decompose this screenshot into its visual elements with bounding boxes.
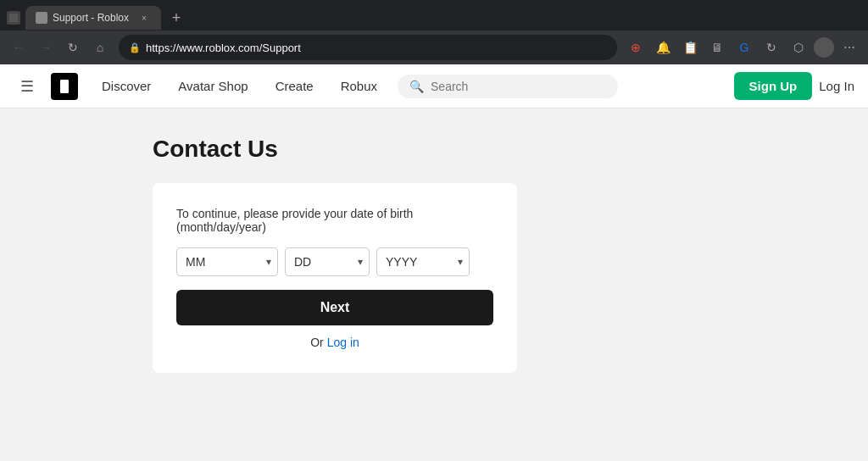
page-title: Contact Us bbox=[153, 136, 715, 163]
nav-robux[interactable]: Robux bbox=[327, 64, 391, 108]
browser-chrome: Support - Roblox × + ← → ↻ ⌂ 🔒 https://w… bbox=[0, 0, 868, 64]
refresh-button[interactable]: ↻ bbox=[61, 36, 85, 59]
search-bar[interactable]: 🔍 bbox=[398, 75, 618, 98]
site-nav: Discover Avatar Shop Create Robux bbox=[88, 64, 391, 108]
month-select-wrapper: MM 01020304 05060708 09101112 ▾ bbox=[176, 247, 278, 276]
active-tab[interactable]: Support - Roblox × bbox=[25, 6, 161, 30]
profile-btn[interactable] bbox=[814, 37, 834, 58]
svg-rect-1 bbox=[60, 80, 69, 93]
or-login-text: Or Log in bbox=[176, 336, 493, 349]
day-select[interactable]: DD 0102030405 0607080910 1112131415 1617… bbox=[285, 247, 370, 276]
nav-avatar-shop[interactable]: Avatar Shop bbox=[164, 64, 261, 108]
signup-button[interactable]: Sign Up bbox=[734, 72, 813, 100]
ext-btn-7[interactable]: ⬡ bbox=[787, 36, 810, 59]
new-tab-button[interactable]: + bbox=[164, 6, 188, 30]
nav-bar: ← → ↻ ⌂ 🔒 https://www.roblox.com/Support… bbox=[0, 31, 868, 64]
menu-button[interactable]: ⋯ bbox=[837, 36, 861, 59]
browser-extensions: ⊕ 🔔 📋 🖥 G ↻ ⬡ ⋯ bbox=[624, 36, 861, 59]
ext-btn-6[interactable]: ↻ bbox=[760, 36, 783, 59]
header-right: Sign Up Log In bbox=[734, 72, 854, 100]
nav-create[interactable]: Create bbox=[262, 64, 327, 108]
dob-selects: MM 01020304 05060708 09101112 ▾ DD 01020… bbox=[176, 247, 493, 276]
search-icon: 🔍 bbox=[409, 80, 424, 93]
ext-btn-4[interactable]: 🖥 bbox=[705, 36, 729, 59]
tab-bar: Support - Roblox × + bbox=[0, 0, 868, 31]
ext-btn-1[interactable]: ⊕ bbox=[624, 36, 648, 59]
home-button[interactable]: ⌂ bbox=[88, 36, 112, 59]
forward-button[interactable]: → bbox=[34, 36, 58, 59]
browser-favicon bbox=[7, 11, 20, 25]
year-select-wrapper: YYYY 20232022202120202019201820172016201… bbox=[376, 247, 470, 276]
site-header: ☰ Discover Avatar Shop Create Robux 🔍 Si… bbox=[0, 64, 868, 108]
address-bar[interactable]: 🔒 https://www.roblox.com/Support bbox=[119, 35, 617, 60]
ext-btn-5[interactable]: G bbox=[732, 36, 756, 59]
next-button[interactable]: Next bbox=[176, 290, 493, 325]
ext-btn-3[interactable]: 📋 bbox=[678, 36, 702, 59]
ext-btn-2[interactable]: 🔔 bbox=[651, 36, 675, 59]
address-url: https://www.roblox.com/Support bbox=[146, 42, 301, 54]
back-button[interactable]: ← bbox=[7, 36, 31, 59]
dob-label: To continue, please provide your date of… bbox=[176, 207, 493, 234]
login-link[interactable]: Log in bbox=[327, 336, 359, 349]
tab-close-button[interactable]: × bbox=[137, 11, 151, 25]
roblox-logo bbox=[51, 73, 78, 100]
main-content: Contact Us To continue, please provide y… bbox=[0, 108, 868, 400]
year-select[interactable]: YYYY 20232022202120202019201820172016201… bbox=[376, 247, 470, 276]
hamburger-menu[interactable]: ☰ bbox=[14, 73, 41, 100]
lock-icon: 🔒 bbox=[129, 42, 141, 53]
svg-rect-0 bbox=[9, 14, 18, 22]
month-select[interactable]: MM 01020304 05060708 09101112 bbox=[176, 247, 278, 276]
nav-discover[interactable]: Discover bbox=[88, 64, 164, 108]
tab-title-text: Support - Roblox bbox=[53, 12, 132, 24]
tab-favicon bbox=[36, 12, 47, 24]
login-button[interactable]: Log In bbox=[819, 79, 854, 93]
contact-card: To continue, please provide your date of… bbox=[153, 183, 517, 373]
day-select-wrapper: DD 0102030405 0607080910 1112131415 1617… bbox=[285, 247, 370, 276]
search-input[interactable] bbox=[431, 80, 606, 93]
